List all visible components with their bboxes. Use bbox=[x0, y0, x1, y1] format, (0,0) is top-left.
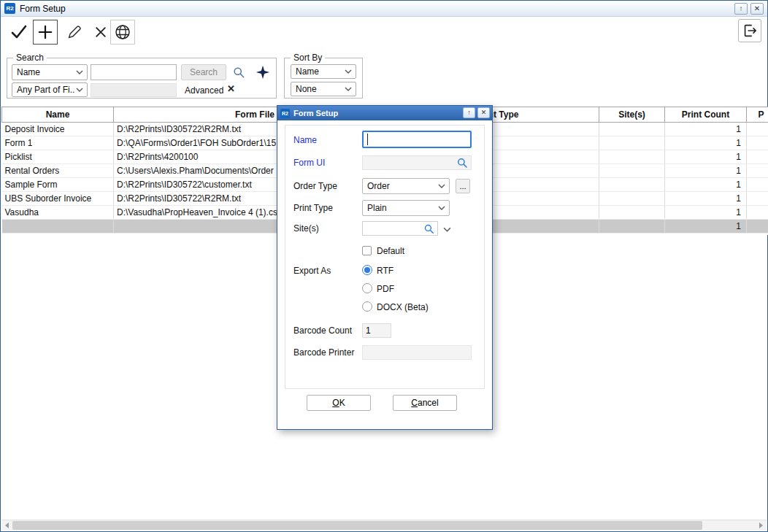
window-controls: ↑ ✕ bbox=[734, 3, 764, 15]
export-as-label: Export As bbox=[293, 266, 331, 276]
chevron-down-icon bbox=[76, 88, 83, 92]
delete-button[interactable] bbox=[88, 20, 113, 45]
advanced-clear-icon[interactable]: ✕ bbox=[227, 83, 235, 94]
search-field-value: Name bbox=[17, 67, 40, 77]
confirm-button[interactable] bbox=[7, 20, 31, 45]
export-pdf-radio[interactable] bbox=[362, 283, 372, 293]
sort-by-group: Sort By Name None bbox=[284, 58, 363, 99]
cell-p bbox=[747, 178, 768, 192]
sites-chevron-icon[interactable] bbox=[443, 227, 451, 232]
export-docx-label[interactable]: DOCX (Beta) bbox=[377, 302, 429, 312]
cell-sites bbox=[599, 192, 665, 206]
chevron-down-icon bbox=[76, 70, 83, 74]
scrollbar-thumb[interactable] bbox=[12, 521, 702, 530]
search-secondary-input[interactable] bbox=[91, 83, 177, 97]
print-type-value: Plain bbox=[367, 203, 387, 213]
sort-secondary-dropdown[interactable]: None bbox=[291, 82, 356, 96]
col-header-sites[interactable]: Site(s) bbox=[599, 107, 665, 123]
cell-sites bbox=[599, 150, 665, 164]
sort-primary-dropdown[interactable]: Name bbox=[291, 64, 356, 79]
dialog-close-button[interactable]: ✕ bbox=[477, 107, 490, 118]
print-type-dropdown[interactable]: Plain bbox=[362, 200, 450, 216]
barcode-printer-field[interactable] bbox=[362, 345, 472, 360]
window-title: Form Setup bbox=[20, 4, 66, 14]
check-icon bbox=[10, 23, 28, 41]
sort-primary-value: Name bbox=[296, 66, 319, 77]
chevron-down-icon bbox=[438, 206, 445, 210]
exit-icon bbox=[742, 23, 758, 39]
order-type-dropdown[interactable]: Order bbox=[362, 178, 450, 194]
cell-print-count: 1 bbox=[665, 220, 747, 234]
cell-print-count: 1 bbox=[665, 206, 747, 220]
default-checkbox[interactable] bbox=[362, 246, 372, 255]
col-header-name[interactable]: Name bbox=[2, 107, 114, 123]
export-pdf-label[interactable]: PDF bbox=[377, 284, 394, 294]
sites-input[interactable] bbox=[363, 223, 423, 234]
cell-p bbox=[747, 192, 768, 206]
text-caret bbox=[367, 134, 368, 145]
restore-button[interactable]: ↑ bbox=[734, 3, 748, 15]
order-type-more-button[interactable]: ... bbox=[456, 179, 470, 193]
name-field[interactable] bbox=[362, 131, 472, 148]
cell-print-count: 1 bbox=[665, 123, 747, 136]
chevron-down-icon bbox=[345, 87, 352, 91]
sort-by-group-label: Sort By bbox=[291, 53, 325, 63]
cell-name bbox=[2, 220, 114, 234]
edit-button[interactable] bbox=[62, 20, 87, 45]
search-field-dropdown[interactable]: Name bbox=[12, 64, 88, 80]
cell-name: Deposit Invoice bbox=[2, 123, 114, 136]
search-icon[interactable] bbox=[456, 156, 469, 169]
cell-name: Form 1 bbox=[2, 136, 114, 150]
search-button[interactable]: Search bbox=[181, 64, 226, 80]
search-input[interactable] bbox=[91, 64, 177, 80]
search-icon[interactable] bbox=[423, 223, 435, 235]
close-button[interactable]: ✕ bbox=[750, 3, 764, 15]
toolbar bbox=[1, 18, 767, 48]
cell-print-count: 1 bbox=[665, 164, 747, 178]
cell-p bbox=[747, 164, 768, 178]
search-match-dropdown[interactable]: Any Part of Fi... bbox=[12, 82, 88, 97]
export-docx-radio[interactable] bbox=[362, 301, 372, 312]
window-titlebar: R2 Form Setup ↑ ✕ bbox=[1, 1, 767, 17]
cell-sites bbox=[599, 206, 665, 220]
cell-p bbox=[747, 123, 768, 136]
horizontal-scrollbar[interactable] bbox=[1, 520, 767, 531]
search-group: Search Name Search Any Part of Fi... Adv… bbox=[7, 58, 277, 99]
sparkle-icon bbox=[255, 64, 271, 80]
web-button[interactable] bbox=[110, 20, 135, 45]
form-ui-input[interactable] bbox=[363, 158, 456, 168]
cancel-button[interactable]: Cancel bbox=[393, 395, 457, 411]
search-match-value: Any Part of Fi... bbox=[17, 85, 75, 95]
advanced-link[interactable]: Advanced bbox=[185, 85, 223, 96]
search-group-label: Search bbox=[13, 53, 47, 63]
x-icon bbox=[93, 25, 108, 39]
cell-p bbox=[747, 206, 768, 220]
chevron-down-icon bbox=[438, 184, 445, 188]
form-ui-field[interactable] bbox=[362, 155, 472, 170]
cell-print-count: 1 bbox=[665, 178, 747, 192]
sites-label: Site(s) bbox=[293, 223, 319, 234]
scroll-left-button[interactable] bbox=[1, 520, 12, 531]
form-ui-label: Form UI bbox=[293, 158, 325, 168]
scroll-right-button[interactable] bbox=[756, 520, 767, 531]
cell-p bbox=[747, 136, 768, 150]
exit-button[interactable] bbox=[738, 19, 761, 42]
add-button[interactable] bbox=[33, 20, 58, 45]
cell-print-count: 1 bbox=[665, 150, 747, 164]
cell-name: UBS Suborder Invoice bbox=[2, 192, 114, 206]
search-magnifier-button[interactable] bbox=[231, 65, 247, 80]
ok-button[interactable]: OK bbox=[307, 395, 371, 411]
export-rtf-label[interactable]: RTF bbox=[377, 266, 393, 276]
sites-field[interactable] bbox=[362, 221, 438, 236]
form-setup-window: R2 Form Setup ↑ ✕ Search Name bbox=[0, 0, 768, 532]
dialog-restore-button[interactable]: ↑ bbox=[463, 107, 475, 118]
barcode-count-field[interactable] bbox=[362, 323, 391, 338]
cell-p bbox=[747, 150, 768, 164]
col-header-print-count[interactable]: Print Count bbox=[665, 107, 747, 123]
r2-logo-icon: R2 bbox=[4, 3, 15, 14]
smart-search-button[interactable] bbox=[253, 63, 273, 82]
barcode-printer-label: Barcode Printer bbox=[293, 347, 354, 358]
col-header-p[interactable]: P bbox=[747, 107, 768, 123]
export-rtf-radio[interactable] bbox=[362, 265, 372, 275]
cell-sites bbox=[599, 178, 665, 192]
